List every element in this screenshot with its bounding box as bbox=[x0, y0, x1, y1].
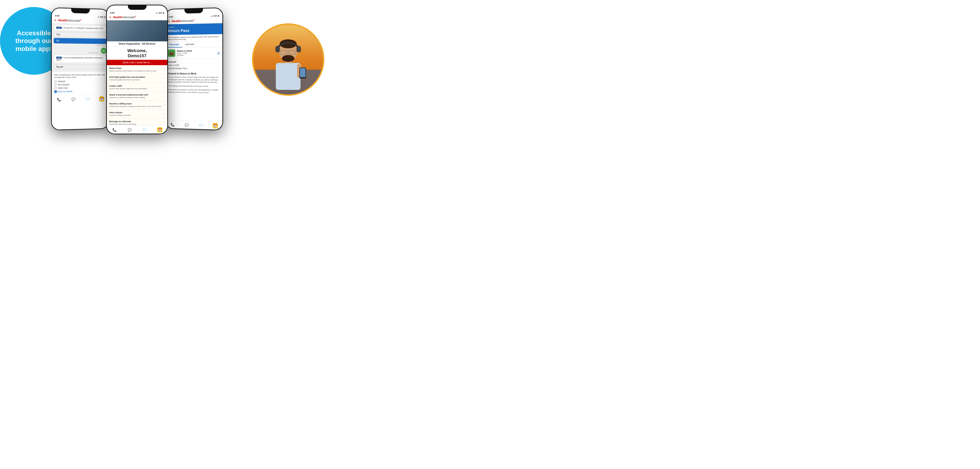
cleared-section: demo157 June 2, 2020 8:59 AM Eastern Tim… bbox=[165, 59, 223, 96]
menu-desc-2: Access state-specific legal forms and in… bbox=[109, 88, 148, 90]
logo-2: HealthAdvocate® bbox=[113, 15, 136, 19]
nav-phone-1[interactable]: 📞 bbox=[56, 97, 62, 102]
menu-item-text-3: Reach a licensed medical provider 24/7 C… bbox=[109, 94, 148, 99]
nav-calendar-2[interactable]: 📅 bbox=[157, 127, 162, 132]
menu-title-6: Message an Advocate bbox=[109, 120, 137, 123]
radio-not-cleared[interactable]: Not Cleared bbox=[54, 83, 106, 86]
quick-links-sub: I would like to... bbox=[135, 61, 151, 64]
cleared-title: Cleared to Return to Work bbox=[168, 72, 220, 75]
nav-chat-1[interactable]: 💬 bbox=[71, 97, 76, 102]
phone2-inner: 8:58 ▲ WiFi ▮ ≡ HealthAdvocate® bbox=[107, 5, 167, 134]
menu-item-doctor[interactable]: Find a doctor Locate in-network provider… bbox=[107, 110, 167, 118]
help-link[interactable]: ? Help me decide bbox=[54, 90, 106, 93]
menu-item-will[interactable]: Create a Will Access state-specific lega… bbox=[107, 83, 167, 92]
notch-center bbox=[128, 5, 146, 10]
svg-rect-2 bbox=[276, 63, 301, 90]
signal-icon-2: ▲ bbox=[156, 12, 158, 14]
cleared-body1: You are cleared to return to work today.… bbox=[168, 76, 220, 84]
app-header-2: ≡ HealthAdvocate® bbox=[107, 14, 167, 20]
chevron-3: › bbox=[164, 95, 165, 97]
logo-advocate-3: Advocate bbox=[181, 19, 193, 23]
no-button[interactable]: No bbox=[54, 38, 107, 44]
nav-chat-3[interactable]: 💬 bbox=[184, 122, 189, 128]
status-icons-2: ▲ WiFi ▮ bbox=[156, 12, 164, 14]
status-time-3: 8:59 bbox=[169, 16, 173, 18]
user-timestamp: You Just now bbox=[88, 51, 98, 54]
menu-desc-5: Locate in-network providers. bbox=[109, 114, 131, 116]
org-title: Demo Organization - All Services bbox=[107, 41, 167, 46]
welcome-line2: Demo157 bbox=[127, 54, 146, 58]
menu-item-providers[interactable]: Find high quality low cost providers Com… bbox=[107, 74, 167, 83]
menu-title-0: Return Pass bbox=[109, 67, 156, 69]
wifi-icon-2: WiFi bbox=[158, 12, 162, 14]
cdc-bubble-1: CDC Are you ill, or caring for someone w… bbox=[54, 25, 107, 31]
menu-title-2: Create a Will bbox=[109, 85, 148, 87]
return-pass-header: Health › Return Pass bbox=[165, 23, 223, 35]
hamburger-1[interactable]: ≡ bbox=[54, 18, 56, 22]
nav-chat-2[interactable]: 💬 bbox=[127, 127, 132, 132]
briefcase-icon: 💼 bbox=[169, 51, 174, 55]
phone1-content: 8:59 ▲ WiFi ▮ ≡ HealthAdvocate® bbox=[52, 8, 108, 130]
option-no[interactable]: No bbox=[54, 38, 107, 44]
svg-point-6 bbox=[282, 55, 294, 62]
tab-history[interactable]: HISTORY bbox=[182, 42, 197, 47]
status-icons-1: ▲ WiFi ▮ bbox=[97, 16, 105, 18]
user-time: 8:59 AM Eastern Time bbox=[168, 67, 220, 70]
result-section: After completing the self-checker please… bbox=[52, 72, 108, 95]
nav-mail-1[interactable]: ✉️ bbox=[85, 96, 90, 102]
option-myself[interactable]: Myself bbox=[54, 64, 107, 70]
battery-icon-2: ▮ bbox=[163, 12, 164, 14]
phone1-inner: 8:59 ▲ WiFi ▮ ≡ HealthAdvocate® bbox=[52, 8, 108, 130]
hamburger-3[interactable]: ≡ bbox=[168, 19, 170, 23]
tracker-time: 8:59 AM bbox=[177, 54, 215, 56]
welcome-section: Welcome, Demo157 bbox=[107, 46, 167, 60]
radio-circle-cleared bbox=[54, 80, 56, 83]
phone2-content: 8:58 ▲ WiFi ▮ ≡ HealthAdvocate® bbox=[107, 5, 167, 134]
tracker-icon: 💼 bbox=[168, 49, 175, 57]
menu-desc-0: Daily coronavirus self-checker to be cle… bbox=[109, 70, 156, 72]
menu-desc-4: Dealing with insurance companies can be … bbox=[109, 105, 161, 107]
question1: Are you ill, or caring for someone who i… bbox=[63, 27, 103, 30]
option-yes[interactable]: Yes bbox=[54, 32, 107, 38]
menu-item-return-pass[interactable]: Return Pass Daily coronavirus self-check… bbox=[107, 65, 167, 74]
help-text[interactable]: Help me decide bbox=[57, 90, 72, 93]
tracker-card: 💼 Return to Work June 2, 2020 8:59 AM 🖨 bbox=[165, 47, 223, 59]
status-icons-3: ▲ WiFi ▮ bbox=[211, 15, 219, 17]
nav-mail-3[interactable]: ✉️ bbox=[198, 123, 203, 128]
print-icon[interactable]: 🖨 bbox=[217, 51, 220, 55]
chevron-0: › bbox=[164, 68, 165, 71]
hamburger-2[interactable]: ≡ bbox=[109, 15, 111, 19]
tab-tracker[interactable]: TRACKER bbox=[165, 42, 182, 48]
nav-calendar-3[interactable]: 📅 bbox=[213, 123, 218, 128]
signal-icon-1: ▲ bbox=[97, 16, 99, 18]
menu-item-text-5: Find a doctor Locate in-network provider… bbox=[109, 112, 131, 116]
menu-item-billing[interactable]: Resolve a billing issue Dealing with ins… bbox=[107, 100, 167, 110]
menu-item-advocate[interactable]: Message an Advocate Need help? We're jus… bbox=[107, 118, 167, 125]
bottom-nav-2: 📞 💬 ✉️ 📅 bbox=[107, 125, 167, 134]
employer-note: Your employer requires you respond to th… bbox=[165, 34, 223, 42]
signal-icon-3: ▲ bbox=[211, 15, 213, 17]
seek-care-label: Seek Care bbox=[57, 87, 68, 89]
logo-reg-3: ® bbox=[193, 19, 195, 21]
menu-item-medical[interactable]: Reach a licensed medical provider 24/7 C… bbox=[107, 92, 167, 100]
nav-phone-3[interactable]: 📞 bbox=[170, 122, 175, 127]
nav-phone-2[interactable]: 📞 bbox=[112, 127, 117, 132]
myself-button[interactable]: Myself bbox=[54, 64, 107, 70]
quick-links-bar: Quick Links I would like to... bbox=[107, 60, 167, 65]
welcome-line1: Welcome, bbox=[127, 48, 147, 53]
radio-seek-care[interactable]: Seek Care bbox=[54, 86, 106, 89]
question2: Are you answering for yourself or someon… bbox=[56, 56, 103, 61]
nav-mail-2[interactable]: ✉️ bbox=[142, 127, 147, 132]
chevron-5: › bbox=[164, 113, 165, 115]
user-name: demo157 bbox=[168, 61, 220, 63]
cleared-body2: Your employer will automatically be sent… bbox=[168, 85, 220, 88]
radio-cleared[interactable]: Cleared bbox=[54, 80, 106, 83]
yes-button[interactable]: Yes bbox=[54, 32, 107, 38]
nav-calendar-1[interactable]: 📅 bbox=[99, 96, 104, 101]
logo-health-1: Health bbox=[58, 18, 67, 22]
notch-left bbox=[71, 8, 90, 14]
menu-item-text-6: Message an Advocate Need help? We're jus… bbox=[109, 120, 137, 125]
cleared-label: Cleared bbox=[57, 80, 65, 83]
chat-area-1: CDC Are you ill, or caring for someone w… bbox=[52, 23, 108, 72]
chevron-1: › bbox=[164, 77, 165, 80]
